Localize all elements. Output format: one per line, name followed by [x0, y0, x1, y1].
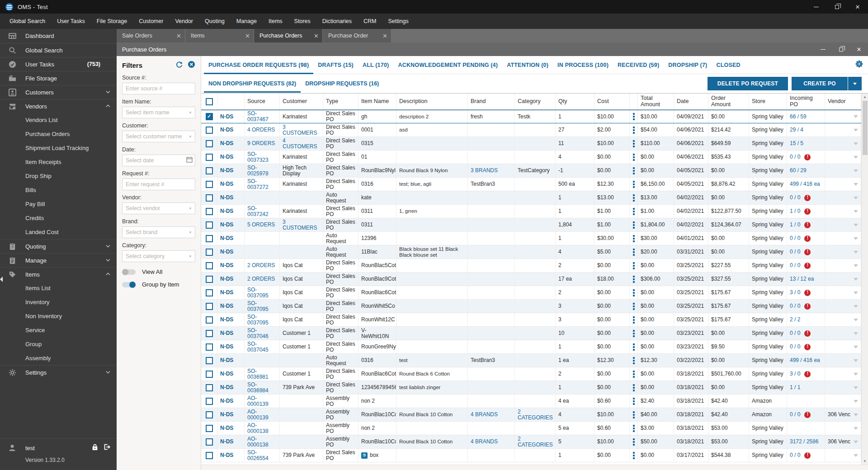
vendor-dropdown-icon[interactable]	[854, 237, 858, 240]
vertical-scrollbar[interactable]: ▲ ▼	[861, 94, 868, 465]
incoming-po-link[interactable]: 13 / 12 ea	[790, 276, 814, 282]
vendor-dropdown-icon[interactable]	[854, 305, 858, 308]
row-menu-dots-icon[interactable]	[633, 181, 635, 188]
table-row[interactable]: N-DSAuto Request0316testTestBran31 ea$12…	[201, 354, 861, 367]
vendor-dropdown-icon[interactable]	[854, 142, 858, 145]
customer-link[interactable]: 3 CUSTOMERS	[283, 124, 320, 136]
table-row[interactable]: N-DSSO-0025978High Tech DisplayDirect Sa…	[201, 164, 861, 178]
table-row[interactable]: N-DSAuto Request11BlacBlack blouse set 1…	[201, 245, 861, 259]
incoming-po-link[interactable]: 3172 / 2586	[790, 439, 818, 445]
sidebar-item-inventory[interactable]: Inventory	[0, 295, 117, 309]
incoming-po-link[interactable]: 499 / 416 ea	[790, 181, 820, 187]
row-checkbox[interactable]	[206, 221, 213, 229]
row-menu-cell[interactable]	[630, 178, 638, 191]
column-header[interactable]: Cost	[594, 94, 630, 109]
source-cell[interactable]: 5 ORDERS	[245, 218, 280, 231]
row-checkbox[interactable]	[206, 425, 213, 432]
menu-item-quoting[interactable]: Quoting	[199, 14, 231, 29]
incoming-po-cell[interactable]: 1 / 0!	[787, 218, 825, 231]
table-row[interactable]: N-DS2 ORDERSIqos CatDirect Sales PORounB…	[201, 259, 861, 273]
vendor-dropdown-icon[interactable]	[854, 400, 858, 403]
vendor-dropdown-icon[interactable]	[854, 183, 858, 186]
source-link[interactable]: SO-0026554	[247, 450, 277, 461]
source-cell[interactable]: AO-0000138	[245, 422, 280, 435]
vendor-cell[interactable]	[825, 327, 861, 340]
row-checkbox[interactable]	[206, 438, 213, 446]
column-header[interactable]: Customer	[280, 94, 323, 109]
menu-item-file-storage[interactable]: File Storage	[91, 14, 133, 29]
source-link[interactable]: 5 ORDERS	[247, 222, 275, 228]
incoming-po-cell[interactable]: 2 / 2	[787, 313, 825, 326]
sidebar-item-landed-cost[interactable]: Landed Cost	[0, 225, 117, 239]
status-tab-8[interactable]: CLOSED	[712, 56, 745, 74]
row-menu-dots-icon[interactable]	[633, 127, 635, 134]
row-menu-dots-icon[interactable]	[633, 167, 635, 174]
delete-po-request-button[interactable]: DELETE PO REQUEST	[708, 77, 788, 90]
source-cell[interactable]: SO-0036984	[245, 381, 280, 394]
row-menu-cell[interactable]	[630, 232, 638, 245]
row-menu-dots-icon[interactable]	[633, 384, 635, 391]
table-row[interactable]: N-DSSO-0037095Iqos CatDirect Sales PORou…	[201, 300, 861, 313]
incoming-po-link[interactable]: 15 / 5	[790, 141, 803, 146]
source-cell[interactable]: SO-0036981	[245, 367, 280, 381]
table-row[interactable]: N-DSAO-0000139Assembly POnon 24 ea$0.60$…	[201, 395, 861, 408]
row-menu-dots-icon[interactable]	[633, 194, 635, 202]
vendor-cell[interactable]	[825, 191, 861, 204]
source-cell[interactable]: SO-0037467	[245, 110, 280, 123]
incoming-po-cell[interactable]: 0 / 0!	[787, 150, 825, 164]
vendor-cell[interactable]	[825, 164, 861, 177]
incoming-po-link[interactable]: 1 / 0	[790, 208, 800, 214]
source-cell[interactable]: SO-0037046	[245, 327, 280, 340]
status-tab-1[interactable]: DRAFTS (15)	[313, 56, 358, 74]
vendor-dropdown-icon[interactable]	[854, 319, 858, 321]
brand-link[interactable]: 3 BRANDS	[471, 168, 498, 174]
row-menu-cell[interactable]	[630, 313, 638, 326]
customer-link[interactable]: 4 CUSTOMERS	[283, 138, 320, 150]
vendor-cell[interactable]	[825, 286, 861, 299]
table-row[interactable]: N-DSAO-0000139Assembly PORounBlac10CcRou…	[201, 408, 861, 422]
create-po-button[interactable]: CREATE PO	[792, 77, 848, 90]
sidebar-item-customers[interactable]: Customers	[0, 85, 117, 99]
vendor-cell[interactable]	[825, 245, 861, 258]
row-menu-cell[interactable]	[630, 340, 638, 353]
table-row[interactable]: N-DSSO-0036981Customer 1Direct Sales POR…	[201, 367, 861, 381]
category-cell[interactable]: 2 CATEGORIES	[515, 408, 556, 421]
table-row[interactable]: N-DSAO-0000138Assembly POnon 25 ea$0.60$…	[201, 422, 861, 435]
vendor-dropdown-icon[interactable]	[854, 454, 858, 457]
close-button[interactable]: ✕	[847, 0, 868, 14]
table-row[interactable]: N-DSAuto Request123961$30.00$30.0004/01/…	[201, 232, 861, 245]
sidebar-item-bills[interactable]: Bills	[0, 183, 117, 197]
column-header[interactable]: Date	[674, 94, 708, 109]
source-link[interactable]: SO-0037323	[247, 151, 277, 163]
incoming-po-cell[interactable]: 3172 / 2586	[787, 435, 825, 448]
incoming-po-cell[interactable]: 1 / 0!	[787, 205, 825, 218]
source-link[interactable]: SO-0037095	[247, 287, 277, 299]
row-menu-dots-icon[interactable]	[633, 154, 635, 161]
sidebar-item-manage[interactable]: Manage	[0, 253, 117, 267]
incoming-po-cell[interactable]: 0 / 0!	[787, 408, 825, 421]
filter-select-vendor[interactable]: Select vendor▼	[122, 202, 195, 214]
row-menu-cell[interactable]	[630, 435, 638, 448]
row-menu-dots-icon[interactable]	[633, 221, 635, 229]
row-menu-cell[interactable]	[630, 137, 638, 150]
row-checkbox[interactable]	[206, 208, 213, 215]
sidebar-item-credits[interactable]: Credits	[0, 211, 117, 225]
sidebar-item-service[interactable]: Service	[0, 323, 117, 337]
incoming-po-link[interactable]: 0 / 0	[790, 412, 800, 418]
toggle-switch[interactable]	[122, 269, 136, 275]
filter-select-item-name[interactable]: Select item name▼	[122, 107, 195, 118]
sidebar-item-shipment-load-tracking[interactable]: Shipment Load Tracking	[0, 141, 117, 155]
source-link[interactable]: SO-0037242	[247, 206, 277, 217]
source-cell[interactable]: SO-0037045	[245, 340, 280, 353]
column-header[interactable]	[630, 94, 638, 109]
incoming-po-cell[interactable]: 0 / 0!	[787, 259, 825, 272]
row-menu-dots-icon[interactable]	[633, 343, 635, 351]
row-menu-cell[interactable]	[630, 354, 638, 367]
menu-item-global-search[interactable]: Global Search	[4, 14, 51, 29]
row-menu-cell[interactable]	[630, 191, 638, 204]
sidebar-item-file-storage[interactable]: File Storage	[0, 71, 117, 85]
sidebar-item-assembly[interactable]: Assembly	[0, 351, 117, 365]
column-header[interactable]: Store	[749, 94, 787, 109]
row-menu-cell[interactable]	[630, 422, 638, 435]
source-cell[interactable]: 2 ORDERS	[245, 273, 280, 286]
